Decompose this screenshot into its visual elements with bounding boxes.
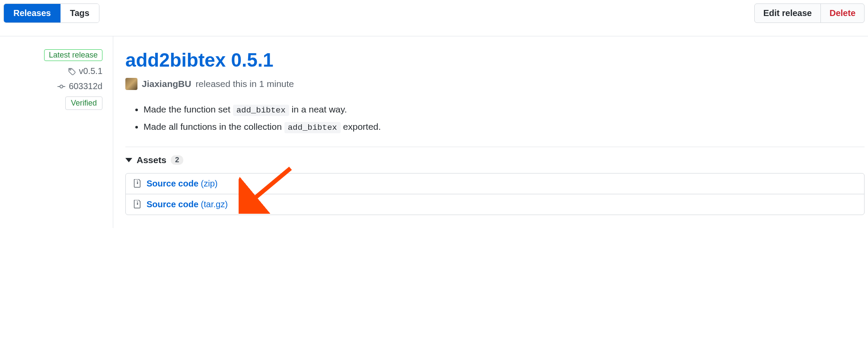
release-actions: Edit release Delete [754,3,865,23]
inline-code: add_bibtex [284,122,341,133]
release-main: add2bibtex 0.5.1 JiaxiangBU released thi… [113,36,868,228]
byline-text: released this in 1 minute [195,79,294,89]
asset-list: Source code (zip) Source code (tar.gz) [125,173,865,215]
tag-link[interactable]: v0.5.1 [68,66,102,76]
release-notes: Made the function set add_bibtex in a ne… [125,102,865,135]
assets-toggle[interactable]: Assets 2 [125,155,865,165]
note-text: in a neat way. [289,104,347,114]
delete-release-button[interactable]: Delete [820,3,865,23]
commit-sha: 603312d [69,81,102,91]
commit-link[interactable]: 603312d [57,81,102,91]
note-text: Made all functions in the collection [144,122,284,132]
verified-badge[interactable]: Verified [65,96,102,110]
zip-icon [134,200,141,209]
asset-row[interactable]: Source code (zip) [126,174,864,194]
asset-name: Source code [147,179,198,188]
note-item: Made the function set add_bibtex in a ne… [144,102,865,117]
release-byline: JiaxiangBU released this in 1 minute [125,78,865,90]
avatar[interactable] [125,78,137,90]
asset-name: Source code [147,199,198,209]
tag-name: v0.5.1 [79,66,102,76]
note-text: exported. [341,122,381,132]
commit-icon [57,83,65,90]
tab-releases[interactable]: Releases [4,4,61,22]
edit-release-button[interactable]: Edit release [754,3,821,23]
note-text: Made the function set [144,104,233,114]
asset-ext: (zip) [201,179,218,188]
assets-label: Assets [137,155,166,165]
author-link[interactable]: JiaxiangBU [142,79,191,89]
caret-down-icon [125,158,132,162]
inline-code: add_bibtex [233,105,289,116]
subnav: Releases Tags [3,3,99,23]
zip-icon [134,179,141,188]
assets-count: 2 [171,155,183,165]
tag-icon [68,67,76,75]
asset-ext: (tar.gz) [201,199,228,209]
release-sidebar: Latest release v0.5.1 603312d Verified [0,36,113,228]
latest-release-badge: Latest release [44,49,102,61]
section-divider [125,147,865,147]
asset-row[interactable]: Source code (tar.gz) [126,194,864,215]
tab-tags[interactable]: Tags [61,4,99,22]
svg-point-0 [60,85,63,88]
note-item: Made all functions in the collection add… [144,119,865,134]
release-title[interactable]: add2bibtex 0.5.1 [125,49,865,71]
